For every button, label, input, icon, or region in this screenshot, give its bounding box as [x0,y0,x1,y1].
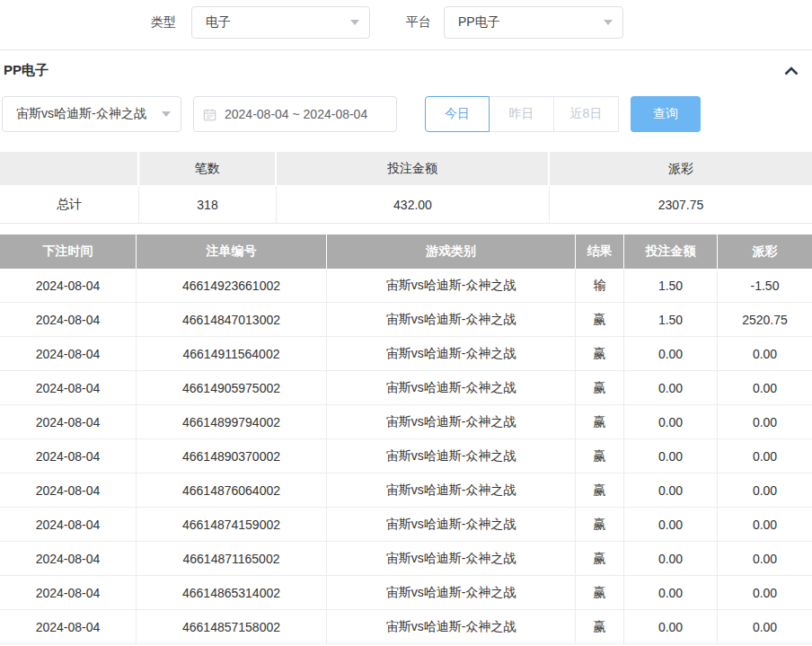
caret-down-icon [604,20,613,30]
cell-order-number: 46614871165002 [137,542,327,575]
section-header: PP电子 [0,50,812,79]
cell-game-category: 宙斯vs哈迪斯-众神之战 [327,269,576,302]
col-result: 结果 [576,235,624,269]
col-bet-amount: 投注金额 [624,235,718,269]
query-toolbar: 宙斯vs哈迪斯-众神之战 2024-08-04 ~ 2024-08-04 今日 … [2,96,812,132]
quick-range-button[interactable]: 近8日 [554,96,619,132]
table-row: 2024-08-04 46614847013002 宙斯vs哈迪斯-众神之战 赢… [0,303,812,337]
cell-bet-amount: 1.50 [624,303,718,336]
cell-bet-amount: 0.00 [624,576,718,609]
summary-table: 笔数 投注金额 派彩 总计 318 432.00 2307.75 [0,152,812,224]
type-select-value: 电子 [206,14,231,31]
cell-bet-amount: 0.00 [624,439,718,473]
cell-order-number: 46614865314002 [137,576,327,609]
search-button[interactable]: 查询 [631,96,701,132]
table-row: 2024-08-04 46614876064002 宙斯vs哈迪斯-众神之战 赢… [0,473,812,508]
cell-order-number: 46614874159002 [137,508,327,541]
summary-total-bet-amount: 432.00 [277,186,550,223]
summary-total-count: 318 [139,186,277,223]
cell-payout: 0.00 [718,542,812,575]
cell-game-category: 宙斯vs哈迪斯-众神之战 [327,303,576,336]
table-row: 2024-08-04 46614911564002 宙斯vs哈迪斯-众神之战 赢… [0,337,812,371]
cell-bet-amount: 0.00 [624,473,718,507]
cell-bet-amount: 0.00 [624,405,718,438]
cell-result: 赢 [576,576,624,609]
cell-game-category: 宙斯vs哈迪斯-众神之战 [327,473,576,507]
summary-header-empty [0,152,139,185]
table-row: 2024-08-04 46614871165002 宙斯vs哈迪斯-众神之战 赢… [0,542,812,576]
cell-bet-time: 2024-08-04 [0,337,137,370]
cell-game-category: 宙斯vs哈迪斯-众神之战 [327,371,576,404]
summary-total-payout: 2307.75 [550,186,812,223]
cell-bet-amount: 0.00 [624,610,718,643]
cell-payout: 0.00 [718,610,812,643]
cell-bet-time: 2024-08-04 [0,439,137,473]
cell-game-category: 宙斯vs哈迪斯-众神之战 [327,610,576,643]
quick-range-group: 今日 昨日 近8日 [425,96,619,132]
top-filter-bar: 类型 电子 平台 PP电子 [0,6,812,39]
summary-header-count: 笔数 [139,152,277,185]
col-order-number: 注单编号 [137,235,327,269]
cell-result: 赢 [576,405,624,438]
cell-result: 赢 [576,371,624,404]
cell-result: 赢 [576,303,624,336]
quick-range-button[interactable]: 昨日 [490,96,554,132]
cell-payout: 0.00 [718,439,812,473]
cell-payout: 0.00 [718,371,812,404]
cell-payout: 0.00 [718,473,812,507]
platform-label: 平台 [406,14,431,31]
table-row: 2024-08-04 46614905975002 宙斯vs哈迪斯-众神之战 赢… [0,371,812,405]
cell-bet-time: 2024-08-04 [0,542,137,575]
cell-order-number: 46614847013002 [137,303,327,336]
table-row: 2024-08-04 46614874159002 宙斯vs哈迪斯-众神之战 赢… [0,508,812,542]
cell-payout: 0.00 [718,576,812,609]
cell-order-number: 46614890370002 [137,439,327,473]
summary-header-payout: 派彩 [550,152,812,185]
col-bet-time: 下注时间 [0,235,137,269]
section-title: PP电子 [4,62,49,79]
cell-order-number: 46614899794002 [137,405,327,438]
cell-result: 输 [576,269,624,302]
caret-down-icon [162,111,171,121]
cell-game-category: 宙斯vs哈迪斯-众神之战 [327,405,576,438]
cell-order-number: 46614911564002 [137,337,327,370]
chevron-up-icon[interactable] [783,66,799,76]
cell-result: 赢 [576,542,624,575]
cell-game-category: 宙斯vs哈迪斯-众神之战 [327,576,576,609]
platform-select[interactable]: PP电子 [444,6,623,39]
cell-order-number: 46614876064002 [137,473,327,507]
summary-total-label: 总计 [0,186,139,223]
cell-bet-time: 2024-08-04 [0,576,137,609]
cell-game-category: 宙斯vs哈迪斯-众神之战 [327,439,576,473]
date-range-value: 2024-08-04 ~ 2024-08-04 [225,107,367,121]
platform-select-value: PP电子 [458,14,500,31]
cell-payout: -1.50 [718,269,812,302]
summary-header-row: 笔数 投注金额 派彩 [0,152,812,185]
cell-game-category: 宙斯vs哈迪斯-众神之战 [327,337,576,370]
cell-bet-amount: 0.00 [624,371,718,404]
cell-bet-time: 2024-08-04 [0,269,137,302]
table-row: 2024-08-04 46614865314002 宙斯vs哈迪斯-众神之战 赢… [0,576,812,610]
type-select[interactable]: 电子 [191,6,370,39]
game-select[interactable]: 宙斯vs哈迪斯-众神之战 [2,96,181,132]
cell-bet-time: 2024-08-04 [0,508,137,541]
table-row: 2024-08-04 46614857158002 宙斯vs哈迪斯-众神之战 赢… [0,610,812,644]
table-row: 2024-08-04 46614899794002 宙斯vs哈迪斯-众神之战 赢… [0,405,812,439]
type-label: 类型 [151,14,176,31]
cell-bet-amount: 0.00 [624,508,718,541]
cell-result: 赢 [576,473,624,507]
cell-order-number: 46614905975002 [137,371,327,404]
summary-total-row: 总计 318 432.00 2307.75 [0,186,812,224]
col-game-category: 游戏类别 [327,235,576,269]
table-row: 2024-08-04 46614923661002 宙斯vs哈迪斯-众神之战 输… [0,269,812,303]
records-table: 下注时间 注单编号 游戏类别 结果 投注金额 派彩 2024-08-04 466… [0,235,812,644]
cell-game-category: 宙斯vs哈迪斯-众神之战 [327,542,576,575]
cell-bet-time: 2024-08-04 [0,405,137,438]
quick-range-button[interactable]: 今日 [425,96,490,132]
cell-payout: 0.00 [718,405,812,438]
date-range-input[interactable]: 2024-08-04 ~ 2024-08-04 [193,96,397,132]
cell-bet-time: 2024-08-04 [0,610,137,643]
cell-result: 赢 [576,337,624,370]
summary-header-bet-amount: 投注金额 [277,152,550,185]
col-payout: 派彩 [718,235,812,269]
